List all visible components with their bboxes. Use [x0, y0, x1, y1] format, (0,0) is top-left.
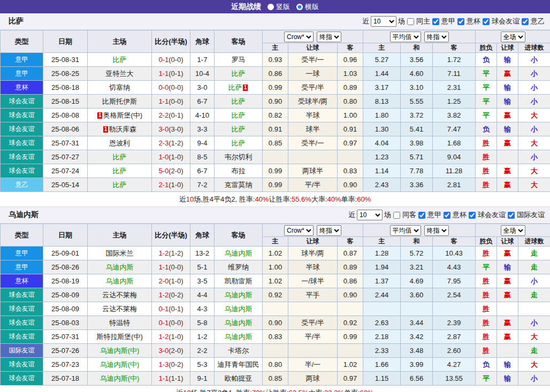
win-draw-loss-cell: 胜 [476, 330, 497, 344]
summary-part: 62.5% [289, 389, 309, 392]
home-team-name: 特温特 [109, 319, 130, 327]
bookmaker-select[interactable]: Crow* [284, 225, 314, 236]
match-type-cell: 球会友谊 [1, 164, 43, 178]
avg-draw-cell: 4.60 [401, 67, 433, 81]
league-checkbox[interactable] [508, 212, 515, 219]
league-checkbox[interactable] [483, 18, 490, 25]
goals-result-cell: 小 [518, 67, 550, 81]
score-cell: 1-1(1-1) [152, 372, 190, 386]
odds-stage-select[interactable]: 终指 [317, 225, 341, 236]
league-checkbox[interactable] [444, 212, 450, 219]
away-team-cell: 乌迪内斯 [215, 247, 263, 260]
home-team-cell: 1奥格斯堡(中) [88, 109, 152, 122]
match-type-cell: 意杯 [1, 81, 43, 95]
league-label: 国际友谊 [517, 210, 545, 220]
league-checkbox[interactable] [469, 212, 476, 219]
corner-cell: 9-4 [190, 136, 215, 150]
away-odds-cell: 1.02 [338, 358, 363, 372]
same-venue-checkbox[interactable] [407, 18, 414, 25]
avg-home-cell: 4.04 [363, 136, 401, 150]
home-odds-cell: 1.00 [263, 260, 288, 274]
goals-result-cell: 走 [518, 260, 550, 274]
league-label: 球会友谊 [492, 17, 520, 26]
scope-select[interactable]: 全场 [501, 225, 525, 236]
sub-col-header: 进球数 [518, 237, 550, 247]
avg-select[interactable]: 平均值 [390, 32, 421, 42]
date-cell: 25-07-23 [43, 358, 88, 372]
win-draw-loss-cell: 胜 [476, 178, 497, 192]
score-cell: 1-1(0-0) [152, 95, 190, 109]
handicap-line-cell [288, 150, 338, 164]
away-odds-cell: 0.96 [338, 53, 363, 67]
match-type-cell: 球会友谊 [1, 316, 43, 330]
handicap-line-cell [288, 302, 338, 316]
fulltime-score: 1-2 [158, 249, 169, 257]
away-team-cell: 比萨 [215, 67, 263, 81]
corner-cell: 3-5 [190, 274, 215, 288]
handicap-result-cell: 输 [497, 95, 518, 109]
avg-draw-cell: 3.21 [401, 260, 433, 274]
league-checkbox[interactable] [418, 212, 425, 219]
handicap-result-cell: 输 [497, 53, 518, 67]
avg-home-cell: 2.63 [363, 316, 401, 330]
date-cell: 25-08-15 [43, 95, 88, 109]
goals-result-cell: 大 [518, 178, 550, 192]
halftime-score: (0-0) [169, 319, 183, 327]
date-cell: 25-08-09 [43, 302, 88, 316]
handicap-result-cell: 赢 [497, 330, 518, 344]
win-draw-loss-cell: 平 [476, 109, 497, 122]
home-odds-cell [263, 344, 288, 358]
result-group-header: 全场 [476, 224, 550, 237]
win-draw-loss-cell: 胜 [476, 136, 497, 150]
match-type-cell: 国际友谊 [1, 344, 43, 358]
handicap-line-cell: 受半/一 [288, 136, 338, 150]
handicap-line-cell [288, 344, 338, 358]
handicap-line-cell: 受平/半 [288, 316, 338, 330]
match-type-cell: 球会友谊 [1, 136, 43, 150]
goals-result-cell: 大 [518, 330, 550, 344]
layout-radio-horizontal[interactable]: 横版 [296, 2, 319, 12]
col-header: 类型 [1, 30, 43, 53]
col-header: 日期 [43, 30, 88, 53]
win-draw-loss-cell: 胜 [476, 288, 497, 302]
date-cell: 25-08-09 [43, 288, 88, 302]
avg-group-header: 平均值终指 [363, 30, 476, 43]
handicap-result-cell: 赢 [497, 316, 518, 330]
odds-stage-select[interactable]: 终指 [317, 32, 341, 42]
win-draw-loss-cell: 胜 [476, 150, 497, 164]
corner-cell: 13-2 [190, 247, 215, 260]
fulltime-score: 5-0 [158, 167, 169, 175]
avg-stage-select[interactable]: 终指 [424, 225, 449, 236]
bookmaker-select[interactable]: Crow* [284, 32, 314, 42]
avg-select[interactable]: 平均值 [390, 225, 421, 236]
handicap-line-cell: 受球半/两 [288, 95, 338, 109]
scope-select[interactable]: 全场 [501, 32, 525, 42]
recent-games-select[interactable]: 10 [357, 210, 383, 220]
league-checkbox[interactable] [522, 18, 529, 25]
match-row: 意甲25-09-01国际米兰1-2(1-2)13-2乌迪内斯1.02球半/两0.… [1, 247, 550, 260]
avg-draw-cell: 3.72 [401, 109, 433, 122]
league-checkbox[interactable] [457, 18, 464, 25]
halftime-score: (0-2) [169, 360, 183, 368]
header-row: 类型日期主场比分(半场)角球客场Crow*终指平均值终指全场 [1, 30, 550, 43]
league-checkbox[interactable] [432, 18, 439, 25]
match-filters: 近10场同客意甲意杯球会友谊国际友谊 [348, 210, 545, 220]
avg-home-cell: 1.28 [363, 247, 401, 260]
away-team-cell: 布拉 [215, 164, 263, 178]
layout-radio-vertical[interactable]: 竖版 [268, 2, 290, 12]
recent-games-select[interactable]: 10 [371, 16, 396, 27]
col-header: 比分(半场) [152, 224, 190, 247]
goals-result-cell: 小 [518, 81, 550, 95]
section-header: 比萨近10场同主意甲意杯球会友谊意乙 [0, 13, 550, 30]
avg-home-cell: 5.27 [363, 53, 401, 67]
record-summary: 近10场,胜7平2负1, 胜率:70% 让胜率:62.5% 大率:22.2% 单… [0, 386, 550, 392]
summary-part: 40% [327, 195, 341, 203]
same-venue-checkbox[interactable] [393, 212, 400, 219]
home-team-name: 亚特兰大 [106, 70, 134, 78]
handicap-result-cell: 赢 [497, 164, 518, 178]
sub-col-header: 进球数 [518, 43, 550, 53]
handicap-line-cell: 平手 [288, 288, 338, 302]
avg-stage-select[interactable]: 终指 [424, 32, 449, 42]
section-header: 乌迪内斯近10场同客意甲意杯球会友谊国际友谊 [0, 207, 550, 224]
match-type-cell: 意甲 [1, 260, 43, 274]
